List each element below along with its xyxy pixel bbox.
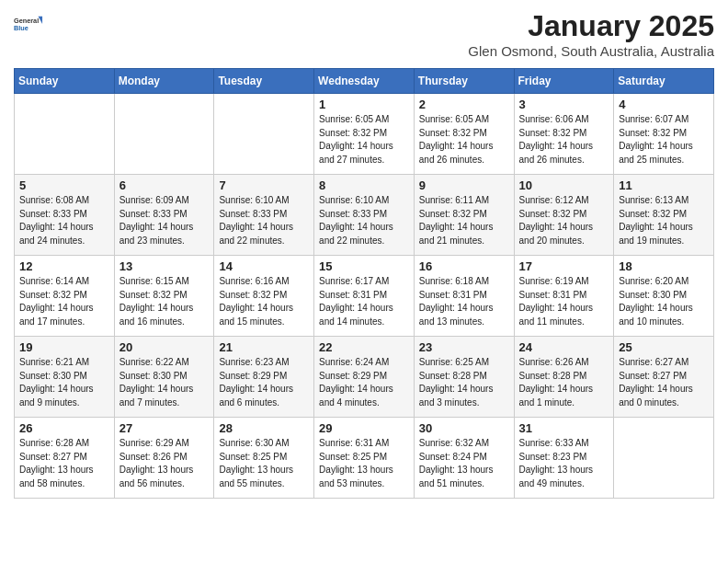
calendar-cell: 31Sunrise: 6:33 AMSunset: 8:23 PMDayligh… [514, 418, 614, 499]
calendar-cell: 25Sunrise: 6:27 AMSunset: 8:27 PMDayligh… [614, 337, 714, 418]
calendar-cell: 27Sunrise: 6:29 AMSunset: 8:26 PMDayligh… [114, 418, 214, 499]
calendar-cell: 14Sunrise: 6:16 AMSunset: 8:32 PMDayligh… [214, 256, 314, 337]
col-friday: Friday [514, 69, 614, 94]
col-wednesday: Wednesday [314, 69, 415, 94]
col-monday: Monday [114, 69, 214, 94]
calendar-cell: 7Sunrise: 6:10 AMSunset: 8:33 PMDaylight… [214, 175, 314, 256]
col-sunday: Sunday [15, 69, 115, 94]
calendar-cell: 30Sunrise: 6:32 AMSunset: 8:24 PMDayligh… [414, 418, 514, 499]
svg-text:Blue: Blue [14, 24, 28, 32]
calendar-cell: 29Sunrise: 6:31 AMSunset: 8:25 PMDayligh… [314, 418, 415, 499]
page-header: General Blue January 2025 Glen Osmond, S… [14, 9, 714, 59]
header-row: Sunday Monday Tuesday Wednesday Thursday… [15, 69, 714, 94]
calendar-cell: 5Sunrise: 6:08 AMSunset: 8:33 PMDaylight… [15, 175, 115, 256]
logo: General Blue [14, 9, 43, 39]
calendar-cell: 10Sunrise: 6:12 AMSunset: 8:32 PMDayligh… [514, 175, 614, 256]
calendar-cell: 19Sunrise: 6:21 AMSunset: 8:30 PMDayligh… [15, 337, 115, 418]
calendar-cell: 12Sunrise: 6:14 AMSunset: 8:32 PMDayligh… [15, 256, 115, 337]
calendar-cell [214, 94, 314, 175]
calendar-cell: 2Sunrise: 6:05 AMSunset: 8:32 PMDaylight… [414, 94, 514, 175]
calendar-cell: 13Sunrise: 6:15 AMSunset: 8:32 PMDayligh… [114, 256, 214, 337]
calendar-cell: 26Sunrise: 6:28 AMSunset: 8:27 PMDayligh… [15, 418, 115, 499]
col-tuesday: Tuesday [214, 69, 314, 94]
calendar-cell: 15Sunrise: 6:17 AMSunset: 8:31 PMDayligh… [314, 256, 415, 337]
calendar-cell: 24Sunrise: 6:26 AMSunset: 8:28 PMDayligh… [514, 337, 614, 418]
calendar-cell: 11Sunrise: 6:13 AMSunset: 8:32 PMDayligh… [614, 175, 714, 256]
title-block: January 2025 Glen Osmond, South Australi… [468, 9, 714, 59]
calendar-table: Sunday Monday Tuesday Wednesday Thursday… [14, 68, 714, 499]
col-saturday: Saturday [614, 69, 714, 94]
svg-marker-2 [39, 17, 43, 24]
calendar-subtitle: Glen Osmond, South Australia, Australia [468, 43, 714, 59]
calendar-cell [614, 418, 714, 499]
calendar-cell [114, 94, 214, 175]
col-thursday: Thursday [414, 69, 514, 94]
calendar-cell: 3Sunrise: 6:06 AMSunset: 8:32 PMDaylight… [514, 94, 614, 175]
calendar-cell: 9Sunrise: 6:11 AMSunset: 8:32 PMDaylight… [414, 175, 514, 256]
calendar-cell: 20Sunrise: 6:22 AMSunset: 8:30 PMDayligh… [114, 337, 214, 418]
calendar-cell: 23Sunrise: 6:25 AMSunset: 8:28 PMDayligh… [414, 337, 514, 418]
calendar-cell: 6Sunrise: 6:09 AMSunset: 8:33 PMDaylight… [114, 175, 214, 256]
calendar-cell [15, 94, 115, 175]
calendar-cell: 1Sunrise: 6:05 AMSunset: 8:32 PMDaylight… [314, 94, 415, 175]
calendar-cell: 17Sunrise: 6:19 AMSunset: 8:31 PMDayligh… [514, 256, 614, 337]
calendar-cell: 28Sunrise: 6:30 AMSunset: 8:25 PMDayligh… [214, 418, 314, 499]
calendar-cell: 16Sunrise: 6:18 AMSunset: 8:31 PMDayligh… [414, 256, 514, 337]
calendar-title: January 2025 [468, 9, 714, 43]
calendar-cell: 4Sunrise: 6:07 AMSunset: 8:32 PMDaylight… [614, 94, 714, 175]
calendar-cell: 18Sunrise: 6:20 AMSunset: 8:30 PMDayligh… [614, 256, 714, 337]
calendar-cell: 22Sunrise: 6:24 AMSunset: 8:29 PMDayligh… [314, 337, 415, 418]
calendar-cell: 21Sunrise: 6:23 AMSunset: 8:29 PMDayligh… [214, 337, 314, 418]
calendar-cell: 8Sunrise: 6:10 AMSunset: 8:33 PMDaylight… [314, 175, 415, 256]
logo-svg: General Blue [14, 9, 43, 39]
